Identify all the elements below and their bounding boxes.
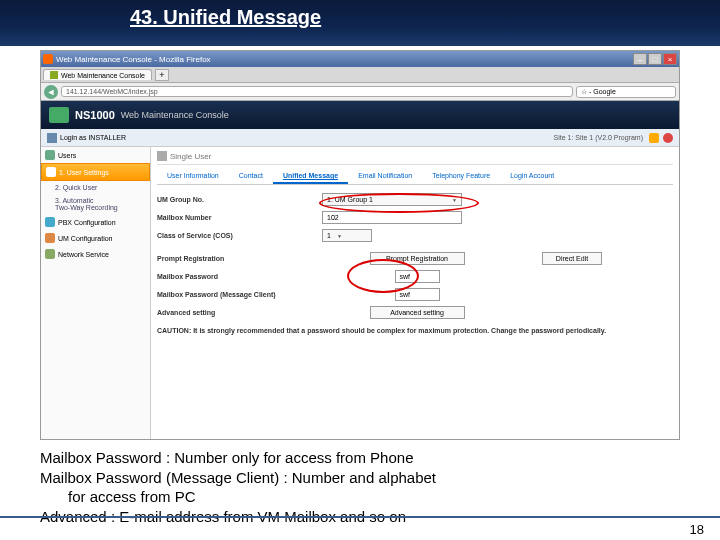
tab-login-account[interactable]: Login Account [500,169,564,184]
note-line-3: for access from PC [40,487,680,507]
maximize-button[interactable]: □ [648,53,662,65]
tab-email-notification[interactable]: Email Notification [348,169,422,184]
minimize-button[interactable]: – [633,53,647,65]
address-bar-row: ◄ 141.12.144/WebMC/index.jsp ☆ - Google [41,83,679,101]
search-input[interactable]: ☆ - Google [576,86,676,98]
sidebar-item-um[interactable]: UM Configuration [41,230,150,246]
note-line-1: Mailbox Password : Number only for acces… [40,448,680,468]
firefox-icon [43,54,53,64]
site-info: Site 1: Site 1 (V2.0 Program) [554,134,643,141]
new-tab-button[interactable]: + [155,69,169,81]
folder-icon [46,167,56,177]
highlight-circle-2 [347,259,419,293]
product-logo-icon [49,107,69,123]
sidebar-item-user-settings[interactable]: 1. User Settings [41,163,150,181]
page-number: 18 [690,522,704,537]
sidebar-item-users[interactable]: Users [41,147,150,163]
advanced-button[interactable]: Advanced setting [370,306,465,319]
address-input[interactable]: 141.12.144/WebMC/index.jsp [61,86,573,97]
alert-icon[interactable] [663,133,673,143]
footer-rule [0,516,720,518]
highlight-circle-1 [319,193,479,213]
tab-user-info[interactable]: User Information [157,169,229,184]
screenshot-container: Web Maintenance Console - Mozilla Firefo… [40,50,680,440]
sidebar-item-quick-user[interactable]: 2. Quick User [41,181,150,194]
prompt-reg-label: Prompt Registration [157,255,322,262]
um-icon [45,233,55,243]
tab-strip: Web Maintenance Console + [41,67,679,83]
cos-select[interactable]: 1 [322,229,372,242]
login-user-label: Login as INSTALLER [60,134,126,141]
firefox-titlebar: Web Maintenance Console - Mozilla Firefo… [41,51,679,67]
mailbox-pwd-client-label: Mailbox Password (Message Client) [157,291,322,298]
tab-telephony[interactable]: Telephony Feature [422,169,500,184]
user-icon [47,133,57,143]
note-line-2: Mailbox Password (Message Client) : Numb… [40,468,680,488]
footer-notes: Mailbox Password : Number only for acces… [0,448,720,526]
users-icon [45,150,55,160]
um-group-label: UM Group No. [157,196,322,203]
mailbox-pwd-label: Mailbox Password [157,273,322,280]
network-icon [45,249,55,259]
tabs: User Information Contact Unified Message… [157,169,673,185]
breadcrumb: Single User [157,151,673,165]
browser-tab-title: Web Maintenance Console [61,72,145,79]
tab-contact[interactable]: Contact [229,169,273,184]
product-name: NS1000 [75,109,115,121]
cos-label: Class of Service (COS) [157,232,322,239]
form: UM Group No. 1: UM Group 1 Mailbox Numbe… [157,193,673,334]
close-button[interactable]: × [663,53,677,65]
sidebar-item-auto-recording[interactable]: 3. Automatic Two-Way Recording [41,194,150,214]
mailbox-no-label: Mailbox Number [157,214,322,221]
sidebar: Users 1. User Settings 2. Quick User 3. … [41,147,151,440]
tab-unified-message[interactable]: Unified Message [273,169,348,184]
product-subtitle: Web Maintenance Console [121,110,229,120]
direct-edit-button[interactable]: Direct Edit [542,252,602,265]
caution-text: CAUTION: It is strongly recommended that… [157,327,673,334]
favicon-icon [50,71,58,79]
sidebar-item-network[interactable]: Network Service [41,246,150,262]
slide-title: 43. Unified Message [0,0,720,46]
content-pane: Single User User Information Contact Uni… [151,147,679,440]
advanced-label: Advanced setting [157,309,322,316]
wmc-header: NS1000 Web Maintenance Console [41,101,679,129]
browser-tab[interactable]: Web Maintenance Console [43,69,152,80]
nav-back-button[interactable]: ◄ [44,85,58,99]
sidebar-item-pbx[interactable]: PBX Configuration [41,214,150,230]
pbx-icon [45,217,55,227]
notification-icon[interactable] [649,133,659,143]
login-bar: Login as INSTALLER Site 1: Site 1 (V2.0 … [41,129,679,147]
window-title: Web Maintenance Console - Mozilla Firefo… [56,55,633,64]
breadcrumb-icon [157,151,167,161]
